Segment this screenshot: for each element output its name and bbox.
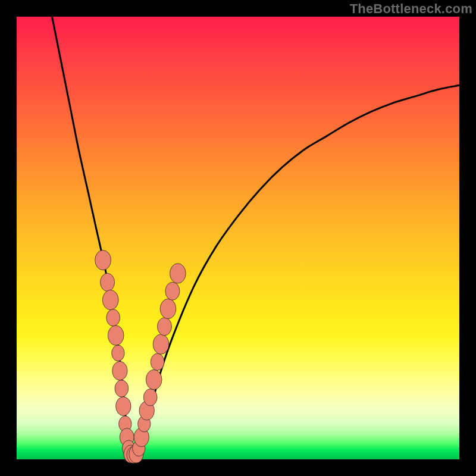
- bead: [165, 282, 180, 300]
- bead: [115, 380, 129, 397]
- bead: [170, 264, 186, 283]
- bead: [146, 369, 162, 389]
- bead: [151, 353, 164, 370]
- bead: [143, 389, 157, 406]
- bead: [107, 309, 120, 326]
- bead: [160, 299, 176, 318]
- bead: [95, 250, 111, 270]
- plot-area: [17, 17, 459, 459]
- watermark-text: TheBottleneck.com: [350, 1, 472, 17]
- bead: [112, 345, 124, 361]
- bead: [116, 397, 131, 416]
- bead: [153, 334, 169, 354]
- highlight-beads: [95, 250, 186, 463]
- bottleneck-curve: [52, 17, 459, 457]
- bead: [108, 325, 124, 345]
- bead: [100, 273, 114, 291]
- bead: [157, 318, 171, 336]
- bead: [112, 361, 127, 380]
- chart-frame: TheBottleneck.com: [0, 0, 476, 476]
- curve-svg: [17, 17, 459, 459]
- bead: [102, 290, 118, 309]
